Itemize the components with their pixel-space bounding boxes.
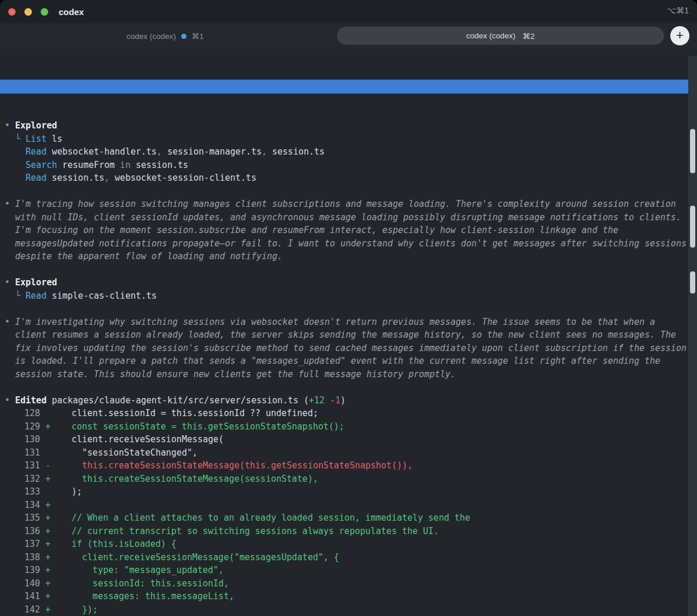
diff-code: ); <box>71 486 82 497</box>
tab-bar: codex (codex) ⌘1 codex (codex) ⌘2 + <box>0 23 697 49</box>
tab-2[interactable]: codex (codex) ⌘2 <box>337 27 664 45</box>
diff-sign <box>45 407 51 420</box>
output-blocks: •Explored└ List ls Read websocket-handle… <box>0 119 697 616</box>
scrollbar-mark[interactable] <box>690 271 695 293</box>
line-number: 131 <box>24 446 40 460</box>
text-segment: , <box>105 173 115 183</box>
bullet-icon: • <box>5 119 15 185</box>
text-segment: session.ts <box>136 160 188 170</box>
scrollbar-mark[interactable] <box>690 129 695 173</box>
diff-code: // When a client attaches to an already … <box>71 513 470 523</box>
text-segment <box>325 395 330 406</box>
diff-sign: + <box>45 420 51 434</box>
text-segment: websocket-handler.ts <box>46 146 157 157</box>
bullet-icon: • <box>5 198 15 263</box>
diff-line-add: 141 + messages: this.messageList, <box>15 590 687 603</box>
bullet-icon: • <box>5 316 15 381</box>
text-segment: +12 <box>309 395 325 406</box>
fullscreen-button[interactable] <box>41 8 48 16</box>
output-block-reasoning: •I'm tracing how session switching manag… <box>5 198 697 263</box>
diff-code: type: "messages_updated", <box>71 565 224 575</box>
diff-sign: - <box>45 459 51 472</box>
text-segment: simple-cas-client.ts <box>46 291 157 301</box>
tab-1[interactable]: codex (codex) ⌘1 <box>127 31 204 41</box>
new-tab-button[interactable]: + <box>670 26 689 45</box>
text-segment: Read <box>26 291 46 301</box>
scrollbar[interactable] <box>688 56 697 616</box>
text-segment: in <box>115 160 136 170</box>
tree-connector-icon: └ <box>15 134 26 144</box>
diff-code: // current transcript so switching sessi… <box>71 526 439 536</box>
output-block-edited: •Edited packages/claude-agent-kit/src/se… <box>5 394 697 616</box>
tab-2-shortcut: ⌘2 <box>522 31 534 41</box>
reasoning-text: I'm investigating why switching sessions… <box>15 316 687 381</box>
line-number: 133 <box>24 485 40 499</box>
tool-call-line: Search resumeFrom in session.ts <box>15 159 687 172</box>
diff-line-ctx: 130 client.receiveSessionMessage( <box>15 433 687 446</box>
window-titlebar[interactable]: codex ⌥⌘1 <box>0 0 697 23</box>
scrollbar-mark[interactable] <box>690 206 695 248</box>
diff-line-add: 135 + // When a client attaches to an al… <box>15 511 687 525</box>
diff-code: if (this.isLoaded) { <box>71 539 177 549</box>
tree-connector-icon: └ <box>15 291 26 301</box>
diff-sign: + <box>45 590 51 603</box>
diff-sign: + <box>45 538 51 551</box>
tool-call-line: └ List ls <box>15 132 687 146</box>
diff-line-ctx: 131 "sessionStateChanged", <box>15 446 687 460</box>
text-segment: -1 <box>330 395 340 406</box>
diff-code: }); <box>71 604 98 615</box>
tab-1-label: codex (codex) <box>127 32 176 41</box>
tool-call-line: Read session.ts, websocket-session-clien… <box>15 171 687 185</box>
diff-sign: + <box>45 551 51 564</box>
diff-line-add: 132 + this.createSessionStateMessage(ses… <box>15 472 687 486</box>
output-block-explored: •Explored└ List ls Read websocket-handle… <box>5 119 697 185</box>
block-body: Edited packages/claude-agent-kit/src/ser… <box>15 394 697 616</box>
diff-sign: + <box>45 472 51 486</box>
line-number: 136 <box>24 525 40 538</box>
diff-code: client.receiveSessionMessage("messagesUp… <box>71 552 339 563</box>
window-shortcut-hint: ⌥⌘1 <box>667 6 689 15</box>
reasoning-text: I'm tracing how session switching manage… <box>15 198 687 263</box>
diff-code: messages: this.messageList, <box>71 591 234 601</box>
diff-code: "sessionStateChanged", <box>71 447 197 458</box>
text-segment: ) <box>340 395 346 406</box>
terminal-window: codex ⌥⌘1 codex (codex) ⌘1 codex (codex)… <box>0 0 697 616</box>
output-block-explored: •Explored└ Read simple-cas-client.ts <box>5 276 697 302</box>
selected-command-line[interactable]: ›packages/claude-agent-kit/src/server/we… <box>0 80 688 94</box>
text-segment: Edited <box>15 395 46 406</box>
tab-activity-dot-icon <box>181 34 186 39</box>
diff-line-ctx: 133 ); <box>15 485 687 499</box>
diff-code: const sessionState = this.getSessionStat… <box>71 421 344 432</box>
text-segment: ls <box>46 134 62 144</box>
tool-call-line: └ Read simple-cas-client.ts <box>15 289 687 303</box>
bullet-icon: • <box>5 394 15 616</box>
diff-line-add: 137 + if (this.isLoaded) { <box>15 538 687 551</box>
text-segment: , <box>261 146 272 157</box>
block-body: Explored└ Read simple-cas-client.ts <box>15 276 697 302</box>
diff-sign: + <box>45 577 51 590</box>
close-button[interactable] <box>8 8 16 16</box>
tab-2-label: codex (codex) <box>466 31 516 40</box>
block-body: I'm investigating why switching sessions… <box>15 316 697 381</box>
tree-connector-icon <box>15 146 26 157</box>
line-number: 140 <box>24 577 40 590</box>
minimize-button[interactable] <box>24 8 32 16</box>
diff-line-add: 140 + sessionId: this.sessionId, <box>15 577 687 590</box>
terminal-content[interactable]: ›packages/claude-agent-kit/src/server/we… <box>0 49 697 616</box>
text-segment: session-manager.ts <box>167 146 262 157</box>
diff-sign <box>45 485 51 499</box>
line-number: 137 <box>24 538 40 551</box>
block-header: Explored <box>15 276 687 289</box>
output-block-reasoning: •I'm investigating why switching session… <box>5 316 697 381</box>
window-title: codex <box>59 7 84 17</box>
diff-line-add: 136 + // current transcript so switching… <box>15 525 687 538</box>
diff-code: sessionId: this.sessionId, <box>71 578 229 589</box>
text-segment: websocket-session-client.ts <box>115 173 257 183</box>
diff-sign: + <box>45 603 51 616</box>
line-number: 138 <box>24 551 40 564</box>
text-segment: session.ts <box>46 173 104 183</box>
diff-code: this.createSessionStateMessage(sessionSt… <box>71 474 318 484</box>
diff-sign: + <box>45 564 51 577</box>
text-segment: resumeFrom <box>57 160 114 170</box>
line-number: 142 <box>24 603 40 616</box>
